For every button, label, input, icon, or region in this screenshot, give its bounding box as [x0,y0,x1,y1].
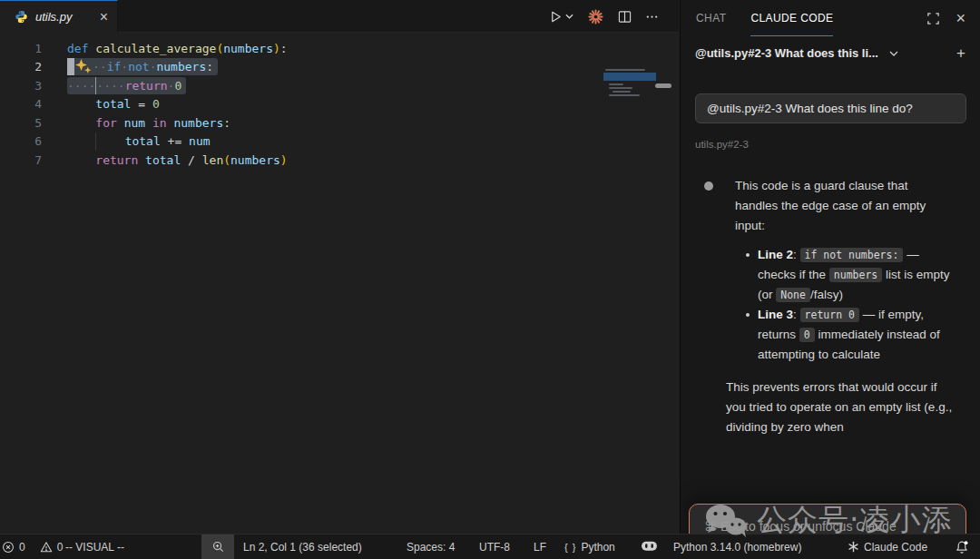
response-sub-bullet: Line 2: if not numbers: — checks if the … [746,245,966,305]
tab-utils-py[interactable]: utils.py × [0,0,118,33]
copilot-icon[interactable] [641,534,658,559]
tab-chat[interactable]: CHAT [696,0,726,36]
response-outro: This prevents errors that would occur if… [726,378,955,437]
response-intro: This code is a guard clause that handles… [735,176,951,236]
selection-highlight: ········return·0 [67,77,186,94]
code-line[interactable]: 3········return·0 [0,76,679,95]
line-number: 6 [0,134,42,148]
vscode-window: utils.py × [0,0,980,559]
response-sub-bullet: Line 3: return 0 — if empty, returns 0 i… [746,305,966,365]
vim-block-cursor [67,58,74,75]
claude-burst-icon-button[interactable] [587,8,604,25]
code-line[interactable]: 7 return total / len(numbers) [0,151,679,170]
line-number: 2 [0,60,42,74]
claude-sparkle-icon[interactable] [74,58,93,75]
new-session-button[interactable]: + [956,44,965,63]
notifications-bell-icon[interactable] [955,534,969,559]
user-message-bubble: @utils.py#2-3 What does this line do? [695,93,966,123]
run-dropdown-chevron-icon [565,14,573,19]
language-mode-indicator[interactable]: { } Python [564,534,615,559]
zoom-indicator[interactable] [201,534,234,559]
problems-indicator[interactable]: 0 0 [2,534,63,559]
braces-icon: { } [564,542,576,553]
python-interpreter-indicator[interactable]: Python 3.14.0 (homebrew) [673,534,801,559]
code-editor[interactable]: 1def calculate_average(numbers):2··if·no… [0,33,679,534]
tab-title: utils.py [35,10,93,24]
line-number: 5 [0,116,42,130]
line-number: 4 [0,97,42,111]
claude-code-status[interactable]: Claude Code [848,534,927,559]
python-file-icon [15,10,28,24]
warning-icon [40,541,53,554]
code-line[interactable]: 1def calculate_average(numbers): [0,39,679,58]
line-number: 3 [0,79,42,93]
session-chevron-down-icon[interactable] [889,51,898,56]
line-number: 1 [0,42,42,55]
run-python-file-button[interactable] [549,10,573,24]
editor-group: utils.py × [0,0,679,534]
status-bar: 0 0 -- VISUAL -- Ln 2, Col 1 (36 selecte… [0,534,980,559]
eol-indicator[interactable]: LF [534,534,546,559]
minimap[interactable] [603,69,656,127]
code-line[interactable]: 5 for num in numbers: [0,113,679,132]
claude-input-placeholder[interactable]: ⌘ Esc to focus or unfocus Claude [704,519,965,534]
code-line[interactable]: 4 total = 0 [0,95,679,114]
minimap-slider[interactable] [655,83,671,88]
claude-code-panel: CHAT CLAUDE CODE × @utils.py#2-3 What do… [680,0,980,534]
chat-scroll-area[interactable]: @utils.py#2-3 What does this line do? ut… [681,70,980,534]
editor-more-actions-button[interactable] [645,10,659,24]
claude-asterisk-icon [848,541,859,553]
panel-header: CHAT CLAUDE CODE × [681,0,980,36]
selection-highlight: ··if·not·numbers: [67,58,218,75]
tab-close-icon[interactable]: × [100,10,108,25]
assistant-response: This code is a guard clause that handles… [695,176,966,437]
tab-bar: utils.py × [0,0,679,33]
panel-close-icon[interactable]: × [956,10,965,26]
editor-actions [549,0,659,33]
split-editor-button[interactable] [618,10,632,24]
tab-claude-code[interactable]: CLAUDE CODE [750,0,833,36]
panel-expand-icon[interactable] [926,12,940,25]
magnifier-plus-icon [211,540,225,554]
code-line[interactable]: 6 total += num [0,132,679,152]
claude-input-box[interactable]: ⌘ Esc to focus or unfocus Claude Ask bef… [689,504,966,534]
error-icon [2,541,15,554]
cursor-position-indicator[interactable]: Ln 2, Col 1 (36 selected) [243,534,362,559]
context-reference: utils.py#2-3 [695,139,966,150]
vim-mode-indicator[interactable]: -- VISUAL -- [65,534,124,559]
session-row: @utils.py#2-3 What does this li... + [681,36,980,70]
indentation-indicator[interactable]: Spaces: 4 [407,534,455,559]
session-title[interactable]: @utils.py#2-3 What does this li... [695,46,878,60]
encoding-indicator[interactable]: UTF-8 [479,534,510,559]
minimap-selection [603,73,656,81]
code-line[interactable]: 2··if·not·numbers: [0,58,679,77]
response-bullet-dot [704,181,713,191]
line-number: 7 [0,153,42,167]
